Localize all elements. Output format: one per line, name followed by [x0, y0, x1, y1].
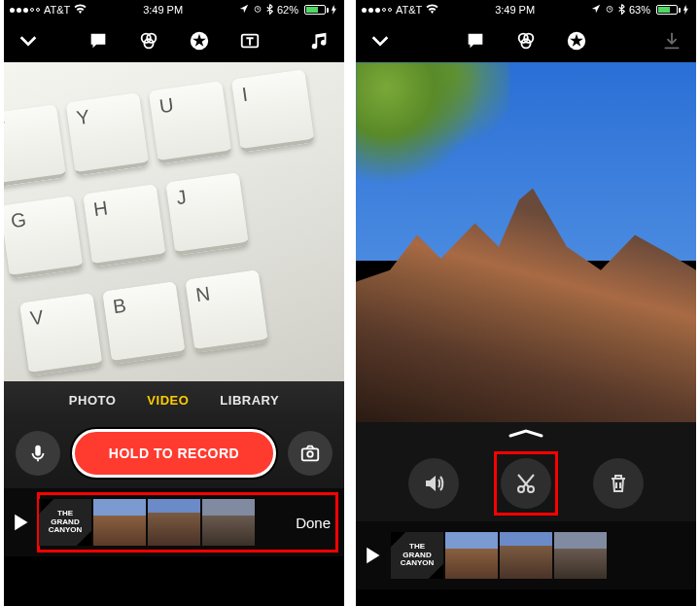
battery-icon	[302, 5, 338, 15]
clip-thumbnail[interactable]	[93, 499, 146, 546]
camera-viewfinder: T Y U I G H J V B N	[4, 62, 344, 381]
trim-button[interactable]	[501, 458, 551, 509]
key-n: N	[185, 269, 268, 353]
key-b: B	[102, 281, 186, 365]
stickers-button[interactable]	[562, 26, 591, 55]
battery-pct: 62%	[277, 4, 298, 16]
collapse-button[interactable]	[366, 26, 395, 55]
mode-library[interactable]: LIBRARY	[220, 393, 279, 408]
wifi-icon	[426, 4, 438, 16]
collapse-button[interactable]	[14, 26, 43, 55]
key-h: H	[83, 184, 166, 267]
status-time: 3:49 PM	[495, 4, 535, 16]
svg-point-12	[521, 39, 530, 48]
stickers-button[interactable]	[185, 26, 214, 55]
key-y: Y	[65, 92, 149, 176]
download-button[interactable]	[657, 26, 686, 55]
key-u: U	[149, 81, 232, 164]
alarm-icon	[605, 4, 614, 16]
status-time: 3:49 PM	[143, 4, 183, 16]
timeline: THE GRAND CANYON Done	[4, 488, 344, 556]
signal-dots-icon	[10, 8, 40, 13]
battery-pct: 63%	[629, 4, 650, 16]
svg-rect-7	[302, 448, 319, 460]
filters-button[interactable]	[134, 26, 163, 55]
bluetooth-icon	[266, 4, 273, 17]
record-controls: HOLD TO RECORD	[4, 418, 344, 488]
signal-dots-icon	[362, 8, 392, 13]
mode-photo[interactable]: PHOTO	[69, 393, 117, 408]
screen-recording: AT&T 3:49 PM 62%	[4, 0, 344, 606]
key-j: J	[165, 172, 249, 256]
play-button[interactable]	[8, 513, 33, 532]
music-button[interactable]	[305, 26, 334, 55]
status-bar: AT&T 3:49 PM 63%	[356, 0, 696, 19]
svg-point-3	[144, 39, 153, 48]
timeline: THE GRAND CANYON	[356, 521, 696, 589]
clip-thumbnail-selected[interactable]	[445, 532, 498, 579]
clip-thumbnail[interactable]	[148, 499, 200, 546]
clip-title-card[interactable]: THE GRAND CANYON	[39, 499, 91, 546]
clip-thumbnail[interactable]	[500, 532, 552, 579]
alarm-icon	[253, 4, 262, 16]
mic-button[interactable]	[16, 431, 60, 476]
text-overlay-button[interactable]	[235, 26, 264, 55]
clip-thumbnail[interactable]	[554, 532, 607, 579]
key-i: I	[231, 69, 315, 153]
live-titles-button[interactable]	[461, 26, 490, 55]
carrier-label: AT&T	[44, 4, 70, 16]
live-titles-button[interactable]	[84, 26, 113, 55]
svg-point-8	[307, 451, 313, 457]
location-icon	[239, 4, 249, 16]
edit-tools	[356, 446, 696, 521]
filters-button[interactable]	[511, 26, 541, 55]
top-toolbar	[356, 19, 696, 62]
carrier-label: AT&T	[396, 4, 422, 16]
svg-rect-6	[35, 446, 41, 456]
bluetooth-icon	[618, 4, 625, 17]
flip-camera-button[interactable]	[288, 431, 332, 476]
delete-button[interactable]	[593, 458, 644, 509]
panel-grabber[interactable]	[356, 422, 696, 446]
status-bar: AT&T 3:49 PM 62%	[4, 0, 344, 19]
battery-icon	[654, 5, 690, 15]
key-v: V	[19, 293, 103, 376]
mode-video[interactable]: VIDEO	[147, 393, 189, 408]
clip-title-card[interactable]: THE GRAND CANYON	[391, 532, 443, 579]
screen-editing: AT&T 3:49 PM 63%	[356, 0, 696, 606]
capture-mode-selector[interactable]: PHOTO VIDEO LIBRARY	[4, 381, 344, 418]
play-button[interactable]	[360, 546, 385, 565]
key-t: T	[4, 104, 66, 188]
clip-preview	[356, 62, 696, 422]
done-button[interactable]: Done	[290, 511, 336, 535]
record-button[interactable]: HOLD TO RECORD	[72, 429, 276, 478]
wifi-icon	[74, 4, 87, 16]
clip-thumbnail[interactable]	[202, 499, 255, 546]
top-toolbar	[4, 19, 344, 62]
mute-button[interactable]	[408, 458, 459, 509]
key-g: G	[4, 196, 84, 279]
annotation-highlight	[494, 451, 558, 516]
location-icon	[591, 4, 601, 16]
